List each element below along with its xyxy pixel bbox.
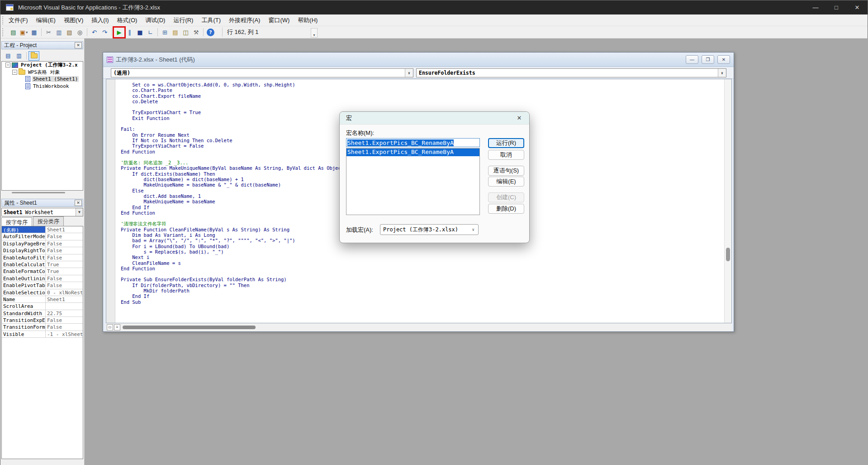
macro-name-input[interactable]: Sheet1.ExportPics_BC_RenameByA <box>346 138 480 147</box>
tree-item-thisworkbook[interactable]: ThisWorkbook <box>2 83 83 90</box>
code-restore-button[interactable]: ❐ <box>702 55 714 64</box>
property-row[interactable]: NameSheet1 <box>2 296 83 303</box>
macro-list-item[interactable]: Sheet1.ExportPics_BC_RenameByA <box>346 149 479 156</box>
vertical-scrollbar[interactable] <box>724 79 731 323</box>
property-row[interactable]: TransitionFormFalse <box>2 324 83 331</box>
procedure-view-button[interactable]: ▭ <box>107 324 113 331</box>
code-window-titlebar[interactable]: 工作簿3-2.xlsx - Sheet1 (代码) — ❐ ✕ <box>103 53 734 67</box>
insert-userform-icon[interactable]: ▣▾ <box>19 28 28 37</box>
menu-item-add-ins[interactable]: 外接程序(A) <box>225 14 264 26</box>
run-icon[interactable]: ▶ <box>114 28 124 37</box>
tree-item-label: Project (工作簿3-2.x <box>20 62 79 68</box>
vertical-scrollbar-thumb[interactable] <box>726 248 730 261</box>
project-explorer-icon[interactable]: ⊞ <box>160 28 170 37</box>
menu-item-tools[interactable]: 工具(T) <box>197 14 225 26</box>
toolbox-icon[interactable]: ⚒ <box>191 28 201 37</box>
macros-in-dropdown[interactable]: Project (工作簿3-2.xlsx) ∨ <box>380 224 479 235</box>
property-value: False <box>46 240 83 247</box>
horizontal-scrollbar[interactable]: ▭ ≡ <box>106 323 732 331</box>
edit-button[interactable]: 编辑(E) <box>488 177 524 187</box>
macro-dialog-close-icon[interactable]: ✕ <box>515 115 524 121</box>
code-margin-strip[interactable] <box>106 79 115 323</box>
maximize-button[interactable]: □ <box>826 0 847 14</box>
run-button[interactable]: 运行(R) <box>488 138 524 148</box>
save-icon[interactable]: ▦ <box>29 28 39 37</box>
property-row[interactable]: DisplayPageBreFalse <box>2 240 83 247</box>
object-dropdown[interactable]: (通用) ∨ <box>111 68 413 77</box>
object-selector[interactable]: Sheet1 Worksheet ▼ <box>1 208 83 216</box>
view-host-app-icon[interactable]: ▤ <box>9 28 18 37</box>
chevron-down-icon[interactable]: ∨ <box>718 69 726 77</box>
undo-icon[interactable]: ↶ <box>90 28 99 37</box>
minimize-button[interactable]: — <box>805 0 826 14</box>
break-icon[interactable]: ∥ <box>125 28 134 37</box>
view-code-icon[interactable]: ▤ <box>3 51 14 61</box>
toolbar-options-button[interactable]: ▾ <box>311 28 318 38</box>
properties-window-icon[interactable]: ▤ <box>171 28 180 37</box>
property-row[interactable]: EnablePivotTabFalse <box>2 282 83 289</box>
create-button[interactable]: 创建(C) <box>488 192 524 202</box>
macro-list[interactable]: Sheet1.ExportPics_BC_RenameByA <box>346 148 480 215</box>
code-minimize-button[interactable]: — <box>686 55 698 64</box>
menu-item-run[interactable]: 运行(R) <box>169 14 197 26</box>
menu-item-file[interactable]: 文件(F) <box>5 14 32 26</box>
menu-item-view[interactable]: 视图(V) <box>60 14 87 26</box>
property-row[interactable]: EnableOutlininFalse <box>2 275 83 282</box>
chevron-down-icon[interactable]: ▼ <box>76 208 83 216</box>
full-module-view-button[interactable]: ≡ <box>114 324 120 331</box>
reset-icon[interactable]: ■ <box>135 28 145 37</box>
property-row[interactable]: ScrollArea <box>2 303 83 310</box>
redo-icon[interactable]: ↷ <box>100 28 109 37</box>
property-row[interactable]: AutoFilterModeFalse <box>2 233 83 240</box>
code-close-button[interactable]: ✕ <box>717 55 730 64</box>
tab-categorized[interactable]: 按分类序 <box>33 216 64 226</box>
horizontal-scrollbar-thumb[interactable] <box>123 326 256 329</box>
property-row[interactable]: Visible-1 - xlSheetV <box>2 331 83 338</box>
expander-icon[interactable]: − <box>12 70 17 75</box>
tree-item-project-root[interactable]: −Project (工作簿3-2.x <box>2 62 83 69</box>
menu-item-window[interactable]: 窗口(W) <box>264 14 294 26</box>
expander-icon[interactable]: − <box>5 62 10 67</box>
step-into-button[interactable]: 逐语句(S) <box>488 166 524 176</box>
property-row[interactable]: DisplayRightToFalse <box>2 247 83 254</box>
tree-item-label: WPS表格 对象 <box>27 69 61 76</box>
menu-item-help[interactable]: 帮助(H) <box>294 14 322 26</box>
dropdown-arrow-icon[interactable]: ▾ <box>26 30 28 34</box>
copy-icon[interactable]: ▥ <box>54 28 64 37</box>
menu-item-insert[interactable]: 插入(I) <box>87 14 113 26</box>
project-tree[interactable]: −Project (工作簿3-2.x−WPS表格 对象Sheet1 (Sheet… <box>1 61 83 191</box>
property-row[interactable]: EnableCalculatTrue <box>2 261 83 268</box>
design-mode-icon[interactable]: ∟ <box>146 28 155 37</box>
tab-alphabetic[interactable]: 按字母序 <box>1 217 32 226</box>
paste-icon[interactable]: ▧ <box>65 28 74 37</box>
property-row[interactable]: StandardWidth22.75 <box>2 310 83 317</box>
cancel-button[interactable]: 取消 <box>488 150 524 160</box>
cut-icon[interactable]: ✂ <box>44 28 53 37</box>
property-row[interactable]: EnableSelectio0 - xlNoRestr <box>2 289 83 296</box>
menu-item-edit[interactable]: 编辑(E) <box>32 14 60 26</box>
menu-item-debug[interactable]: 调试(D) <box>141 14 169 26</box>
procedure-dropdown[interactable]: EnsureFolderExists ∨ <box>416 68 726 77</box>
help-icon[interactable]: ? <box>207 29 214 36</box>
delete-button[interactable]: 删除(D) <box>488 204 524 214</box>
toggle-folders-icon[interactable] <box>28 51 39 61</box>
object-browser-icon[interactable]: ◫ <box>181 28 190 37</box>
property-row[interactable]: (名称)Sheet1 <box>2 226 83 233</box>
object-name: Sheet1 <box>4 209 23 216</box>
menu-item-format[interactable]: 格式(O) <box>113 14 142 26</box>
properties-panel-close-icon[interactable]: ✕ <box>75 200 82 206</box>
property-row[interactable]: TransitionExpEFalse <box>2 317 83 324</box>
property-row[interactable]: EnableFormatCoTrue <box>2 268 83 275</box>
chevron-down-icon[interactable]: ∨ <box>405 69 413 77</box>
project-panel-close-icon[interactable]: ✕ <box>75 42 82 48</box>
panel-splitter[interactable] <box>12 192 65 193</box>
find-icon[interactable]: ◎ <box>75 28 85 37</box>
property-grid[interactable]: (名称)Sheet1AutoFilterModeFalseDisplayPage… <box>1 226 83 459</box>
property-row[interactable]: EnableAutoFiltFalse <box>2 254 83 261</box>
close-button[interactable]: ✕ <box>847 0 868 14</box>
chevron-down-icon[interactable]: ∨ <box>472 227 474 232</box>
tree-item-wps-objects[interactable]: −WPS表格 对象 <box>2 69 83 76</box>
view-object-icon[interactable]: ▥ <box>14 51 24 61</box>
macro-dialog-titlebar[interactable]: 宏 ✕ <box>340 112 529 125</box>
tree-item-sheet1[interactable]: Sheet1 (Sheet1) <box>2 76 83 83</box>
